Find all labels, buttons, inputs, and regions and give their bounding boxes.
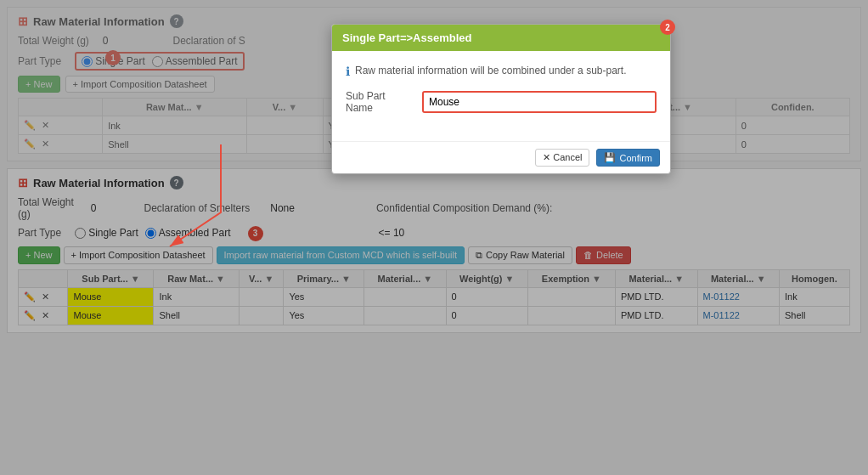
modal-body: ℹ Raw material information will be combi… [332,51,670,141]
confirm-icon: 💾 [604,152,616,163]
modal-dialog: Single Part=>Assembled 2 ℹ Raw material … [331,24,671,174]
cancel-button[interactable]: ✕ Cancel [535,149,589,167]
sub-part-label: Sub PartName [346,90,414,114]
modal-title: Single Part=>Assembled [342,31,471,44]
confirm-button[interactable]: 💾 Confirm [596,149,660,167]
info-icon: ℹ [346,65,350,78]
page-wrapper: ⊞ Raw Material Information ? Total Weigh… [0,0,868,475]
sub-part-input[interactable] [422,91,657,113]
modal-info-text: Raw material information will be combine… [355,65,626,76]
modal-header: Single Part=>Assembled 2 [332,25,670,51]
modal-footer: ✕ Cancel 💾 Confirm [332,141,670,173]
modal-info-row: ℹ Raw material information will be combi… [346,65,657,78]
confirm-label: Confirm [619,153,652,163]
badge-2: 2 [660,20,675,35]
modal-form-row: Sub PartName [346,90,657,114]
